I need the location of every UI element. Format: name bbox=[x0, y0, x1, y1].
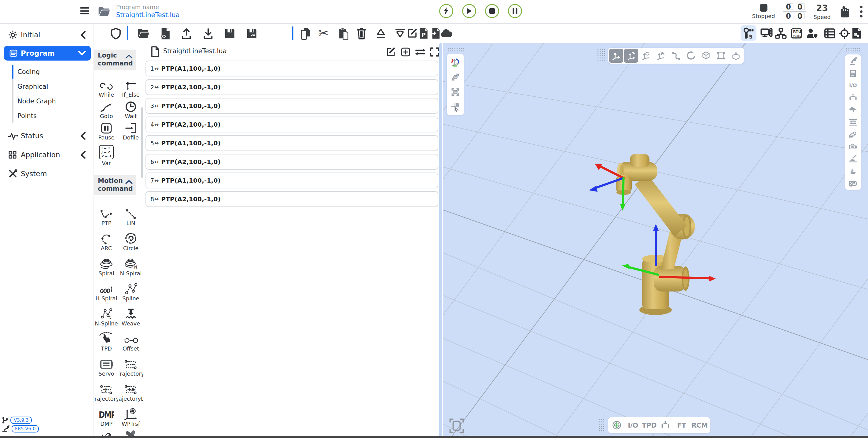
toolbar-drag-handle[interactable] bbox=[447, 48, 465, 53]
ft-overlay-toggle[interactable]: FT bbox=[674, 418, 689, 432]
file-config-icon[interactable] bbox=[851, 28, 862, 39]
sidebar-item-system[interactable]: System bbox=[0, 166, 94, 181]
tool-frame-button[interactable] bbox=[624, 49, 638, 63]
sidebar-item-initial[interactable]: Initial bbox=[0, 28, 94, 42]
program-row-4[interactable]: 4↔PTP(A2,100,-1,0) bbox=[146, 117, 438, 133]
user-permission-icon[interactable] bbox=[806, 28, 818, 39]
sidebar-item-coding[interactable]: Coding bbox=[18, 65, 88, 79]
controller-card-icon[interactable] bbox=[846, 178, 860, 189]
palette-item-offset[interactable]: Offset bbox=[119, 329, 143, 354]
palette-item-servo[interactable]: Servo bbox=[94, 354, 118, 379]
toolbar-drag-handle[interactable] bbox=[597, 48, 606, 62]
cut-icon[interactable]: ✂ bbox=[318, 26, 329, 40]
import-file-icon[interactable] bbox=[430, 28, 440, 39]
circle-tool-button[interactable] bbox=[684, 49, 698, 63]
simulation-toggle-icon[interactable]: S bbox=[741, 25, 756, 41]
program-row-1[interactable]: 1↔PTP(A1,100,-1,0) bbox=[146, 61, 438, 77]
palette-item-trajectory[interactable]: Trajectory bbox=[119, 354, 143, 379]
tcp-target-toggle[interactable] bbox=[609, 418, 624, 432]
palette-item-trajectoryj[interactable]: J TrajectoryJ bbox=[94, 379, 118, 404]
viewport-fullscreen-icon[interactable] bbox=[449, 418, 465, 434]
palette-item-lin[interactable]: LIN bbox=[119, 203, 143, 229]
jog-frame-icon[interactable] bbox=[448, 55, 463, 69]
program-row-6[interactable]: 6↔PTP(A2,100,-1,0) bbox=[146, 154, 438, 170]
open-folder-icon[interactable] bbox=[137, 28, 150, 39]
program-row-8[interactable]: 8↔PTP(A2,100,-1,0) bbox=[146, 191, 438, 207]
plane-tool-button[interactable] bbox=[714, 49, 728, 63]
palette-item-n-spiral[interactable]: N N-Spiral bbox=[119, 254, 143, 279]
toolbar-drag-handle[interactable] bbox=[598, 419, 605, 432]
workpiece-frame-button[interactable] bbox=[639, 49, 653, 63]
pause-button[interactable] bbox=[508, 4, 522, 18]
copy-icon[interactable] bbox=[301, 28, 311, 40]
program-row-3[interactable]: 3↔PTP(A1,100,-1,0) bbox=[146, 98, 438, 114]
palette-scrollbar[interactable] bbox=[141, 107, 143, 178]
edit-program-icon[interactable] bbox=[386, 47, 396, 57]
palette-item-goto[interactable]: Goto bbox=[94, 99, 118, 121]
program-row-2[interactable]: 2↔PTP(A2,100,-1,0) bbox=[146, 79, 438, 95]
io-panel-button[interactable]: I/O bbox=[846, 80, 860, 91]
sidebar-item-program[interactable]: Program bbox=[4, 46, 91, 61]
program-scrollbar[interactable] bbox=[439, 43, 442, 438]
upload-icon[interactable] bbox=[181, 28, 192, 40]
program-row-7[interactable]: 7↔PTP(A1,100,-1,0) bbox=[146, 173, 438, 188]
lift-platform-icon[interactable] bbox=[846, 117, 860, 128]
new-file-icon[interactable] bbox=[160, 28, 170, 40]
menu-icon[interactable] bbox=[80, 7, 89, 16]
edit-icon[interactable] bbox=[407, 28, 418, 39]
eject-icon[interactable] bbox=[375, 28, 386, 39]
cube-tool-button[interactable] bbox=[699, 49, 713, 63]
sidebar-item-points[interactable]: Points bbox=[18, 109, 88, 123]
motion-command-header[interactable]: Motion command bbox=[94, 175, 136, 195]
palette-item-pause[interactable]: Pause bbox=[94, 121, 118, 142]
tpd-overlay-toggle[interactable]: TPD bbox=[642, 418, 657, 432]
motor-icon[interactable] bbox=[846, 141, 860, 152]
filter-icon[interactable] bbox=[395, 28, 406, 39]
toolbar-drag-handle[interactable] bbox=[846, 48, 860, 53]
network-icon[interactable] bbox=[775, 28, 787, 39]
path-curve-button[interactable] bbox=[669, 49, 683, 63]
sidebar-item-application[interactable]: Application bbox=[0, 147, 94, 162]
palette-item-tpd[interactable]: TPD bbox=[94, 329, 118, 354]
paste-icon[interactable] bbox=[338, 28, 349, 40]
palette-item-trajectoryla[interactable]: LA TrajectoryLA bbox=[119, 379, 143, 404]
laptop-icon[interactable] bbox=[846, 166, 860, 177]
logic-command-header[interactable]: Logic command bbox=[94, 50, 136, 70]
program-file-link[interactable]: StraightLineTest.lua bbox=[116, 11, 180, 19]
palette-item-weave[interactable]: Weave bbox=[119, 304, 143, 329]
pick-point-icon[interactable] bbox=[448, 100, 463, 114]
palette-item-h-spiral[interactable]: H-Spiral bbox=[94, 279, 118, 304]
external-frame-button[interactable] bbox=[654, 49, 668, 63]
palette-item-wptrsf[interactable]: WPTrsf bbox=[119, 404, 143, 429]
gripper-overlay-toggle[interactable] bbox=[658, 418, 673, 432]
add-line-icon[interactable] bbox=[400, 47, 411, 57]
point-file-icon[interactable]: P bbox=[419, 28, 429, 39]
play-button[interactable] bbox=[462, 4, 476, 18]
teach-pendant-icon[interactable] bbox=[761, 28, 773, 39]
palette-item-dmp[interactable]: DMP DMP bbox=[94, 404, 118, 429]
io-overlay-toggle[interactable]: I/O bbox=[625, 418, 641, 432]
palette-item-n-spline[interactable]: N N-Spline bbox=[94, 304, 118, 329]
palette-item-if-else[interactable]: If_Else bbox=[119, 78, 143, 99]
power-button[interactable] bbox=[439, 4, 453, 18]
stop-button[interactable] bbox=[485, 4, 499, 18]
sidebar-item-graphical[interactable]: Graphical bbox=[18, 80, 88, 94]
cloud-icon[interactable] bbox=[440, 28, 453, 38]
sensor-icon[interactable] bbox=[846, 153, 860, 165]
palette-item-var[interactable]: i = 1j = 2k = 3 Var bbox=[94, 142, 118, 169]
viewport-3d[interactable]: M M I/O bbox=[443, 43, 868, 438]
robot-display-icon[interactable] bbox=[846, 55, 860, 67]
rcm-overlay-toggle[interactable]: RCM bbox=[690, 418, 709, 432]
palette-item-spline[interactable]: Spline bbox=[119, 279, 143, 304]
calibration-target-icon[interactable] bbox=[839, 28, 850, 39]
fullscreen-icon[interactable] bbox=[429, 47, 440, 57]
more-menu-icon[interactable] bbox=[859, 5, 864, 19]
import-model-button[interactable] bbox=[729, 49, 743, 63]
download-icon[interactable] bbox=[202, 28, 214, 40]
sidebar-item-node-graph[interactable]: Node Graph bbox=[18, 94, 88, 108]
claw-icon[interactable] bbox=[846, 104, 860, 116]
palette-item-spiral[interactable]: Spiral bbox=[94, 254, 118, 279]
modbus-rtu-icon[interactable]: RTUmodbus bbox=[791, 28, 802, 39]
palette-item-wait[interactable]: Wait bbox=[119, 99, 143, 121]
palette-item-arc[interactable]: ARC bbox=[94, 229, 118, 254]
